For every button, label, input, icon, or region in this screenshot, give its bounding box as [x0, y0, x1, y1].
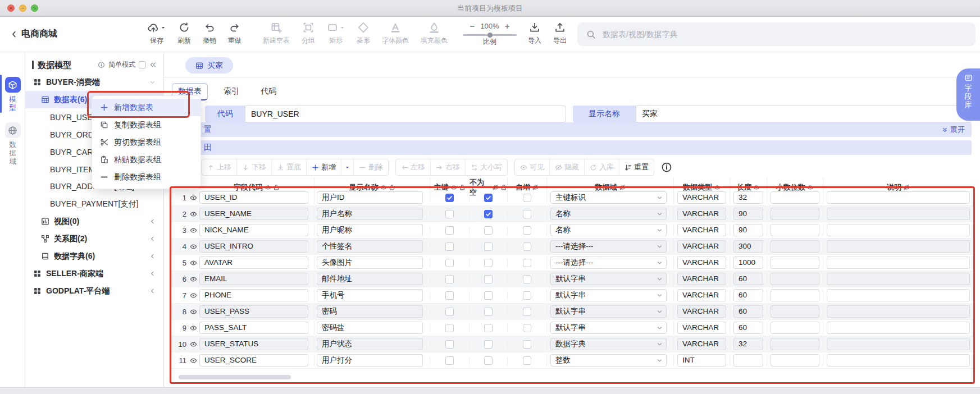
grid-move-left-button[interactable]: 左移: [396, 159, 430, 175]
data-type-input[interactable]: VARCHAR: [677, 338, 726, 350]
decimals-input[interactable]: [771, 338, 819, 350]
global-search[interactable]: [577, 22, 976, 46]
field-code-input[interactable]: NICK_NAME: [199, 224, 308, 236]
description-eye-off-icon[interactable]: [903, 184, 910, 191]
row-visibility-icon[interactable]: [190, 276, 197, 283]
field-library-button[interactable]: 字段库: [956, 68, 980, 121]
length-input[interactable]: 60: [733, 305, 763, 318]
auto-increment-checkbox[interactable]: [523, 356, 531, 365]
grid-visible-button[interactable]: 可见: [515, 159, 549, 175]
display-name-input[interactable]: 用户状态: [317, 338, 423, 350]
description-input[interactable]: [827, 273, 970, 285]
length-input[interactable]: 300: [733, 240, 763, 253]
length-input[interactable]: 32: [733, 338, 763, 350]
rail-item-model[interactable]: 模型: [0, 77, 25, 112]
display-name-input[interactable]: 头像图片: [317, 256, 423, 269]
data-domain-select[interactable]: 默认字串: [550, 322, 667, 334]
not-null-lock-open-icon[interactable]: [500, 184, 507, 191]
grid-add-field-caret-button[interactable]: [341, 159, 353, 175]
description-input[interactable]: [827, 354, 970, 366]
tab-索引[interactable]: 索引: [218, 84, 245, 99]
grid-hidden-button[interactable]: 隐藏: [549, 159, 584, 175]
data-domain-select[interactable]: ---请选择---: [550, 256, 667, 269]
description-input[interactable]: [827, 289, 970, 301]
row-visibility-icon[interactable]: [190, 210, 197, 218]
display-name-lock-open-icon[interactable]: [389, 184, 395, 191]
back-button[interactable]: 电商商城: [10, 28, 57, 40]
length-input[interactable]: 60: [733, 289, 763, 301]
expand-button[interactable]: 展开: [942, 125, 965, 135]
primary-key-lock-open-icon[interactable]: [459, 184, 466, 191]
decimals-input[interactable]: [771, 354, 819, 366]
tool-undo[interactable]: 撤销: [203, 21, 216, 45]
pk-checkbox[interactable]: [445, 308, 454, 316]
pk-checkbox[interactable]: [445, 194, 454, 202]
simple-mode-checkbox[interactable]: [139, 61, 146, 68]
grid-add-field-button[interactable]: 新增: [306, 159, 341, 175]
pk-checkbox[interactable]: [445, 340, 454, 349]
description-input[interactable]: [827, 224, 970, 236]
menu-item-cut-table-group[interactable]: 剪切数据表组: [92, 134, 200, 151]
not-null-checkbox[interactable]: [484, 291, 493, 300]
menu-item-delete-table-group[interactable]: 删除数据表组: [92, 168, 200, 186]
sidebar-item-group-buyer[interactable]: BUYER-消费端: [25, 74, 163, 91]
not-null-checkbox[interactable]: [484, 226, 493, 235]
description-input[interactable]: [827, 208, 970, 220]
length-input[interactable]: [733, 354, 763, 366]
field-code-input[interactable]: USER_NAME: [199, 208, 308, 220]
auto-increment-checkbox[interactable]: [523, 324, 531, 332]
field-code-input[interactable]: PHONE: [199, 289, 308, 301]
grid-toggle-case-button[interactable]: 大小写: [465, 159, 507, 175]
tool-import[interactable]: 导入: [528, 21, 541, 45]
decimals-input[interactable]: [771, 191, 819, 204]
not-null-checkbox[interactable]: [484, 210, 493, 218]
not-null-checkbox[interactable]: [484, 275, 493, 283]
sidebar-item-views[interactable]: 视图(0): [25, 213, 163, 230]
not-null-checkbox[interactable]: [484, 242, 493, 251]
data-domain-select[interactable]: 名称: [550, 224, 667, 236]
display-name-input[interactable]: 密码: [317, 305, 423, 318]
data-type-input[interactable]: VARCHAR: [677, 322, 726, 334]
auto-increment-checkbox[interactable]: [523, 194, 531, 202]
description-input[interactable]: [827, 240, 970, 253]
sidebar-item-data-dict[interactable]: 数据字典(6): [25, 248, 163, 265]
grid-move-down-button[interactable]: 下移: [236, 159, 271, 175]
row-visibility-icon[interactable]: [190, 357, 197, 364]
decimals-input[interactable]: [771, 256, 819, 269]
field-code-input[interactable]: USER_PASS: [199, 305, 308, 318]
row-visibility-icon[interactable]: [190, 341, 197, 348]
search-input[interactable]: [603, 30, 967, 39]
zoom-in-button[interactable]: +: [505, 21, 510, 31]
field-code-input[interactable]: USER_STATUS: [199, 338, 308, 350]
grid-to-db-button[interactable]: 入库: [584, 159, 619, 175]
display-name-input[interactable]: 用户ID: [317, 191, 423, 204]
horizontal-scrollbar[interactable]: [179, 375, 291, 379]
auto-increment-checkbox[interactable]: [523, 340, 531, 349]
data-type-input[interactable]: VARCHAR: [677, 191, 726, 204]
decimals-input[interactable]: [771, 224, 819, 236]
info-icon[interactable]: [98, 61, 105, 68]
data-domain-select[interactable]: 整数: [550, 354, 667, 366]
row-visibility-icon[interactable]: [190, 292, 197, 299]
field-code-lock-open-icon[interactable]: [273, 184, 280, 191]
decimals-input[interactable]: [771, 208, 819, 220]
auto-increment-checkbox[interactable]: [523, 226, 531, 235]
menu-item-paste-table-group[interactable]: 粘贴数据表组: [92, 151, 200, 168]
field-code-input[interactable]: USER_INTRO: [199, 240, 308, 253]
tool-diamond[interactable]: 菱形: [357, 21, 370, 45]
not-null-checkbox[interactable]: [484, 324, 493, 332]
zoom-slider-handle[interactable]: [487, 33, 493, 38]
menu-item-copy-table-group[interactable]: 复制数据表组: [92, 116, 200, 134]
description-input[interactable]: [827, 305, 970, 318]
grid-info-icon[interactable]: [661, 162, 672, 173]
data-domain-select[interactable]: 默认字串: [550, 305, 667, 318]
grid-reset-button[interactable]: 重置: [619, 159, 654, 175]
decimals-input[interactable]: [771, 240, 819, 253]
tab-代码[interactable]: 代码: [255, 84, 282, 99]
decimals-input[interactable]: [771, 322, 819, 334]
tool-refresh[interactable]: 刷新: [177, 21, 191, 45]
length-input[interactable]: 60: [733, 322, 763, 334]
auto-increment-checkbox[interactable]: [523, 275, 531, 283]
decimals-input[interactable]: [771, 273, 819, 285]
primary-key-eye-icon[interactable]: [450, 184, 457, 191]
